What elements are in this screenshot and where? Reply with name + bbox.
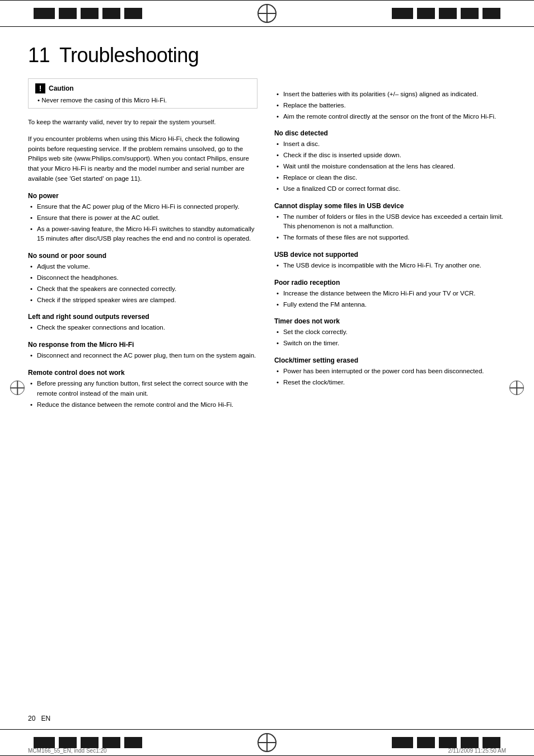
- section-no-response: No response from the Micro Hi-Fi Disconn…: [28, 341, 257, 361]
- section-usb-not-supported: USB device not supported The USB device …: [274, 251, 504, 271]
- list-item: Replace or clean the disc.: [274, 173, 504, 183]
- list-item: Replace the batteries.: [274, 101, 504, 111]
- bar-seg: [59, 8, 77, 19]
- list-item: Ensure that there is power at the AC out…: [28, 213, 257, 223]
- list-item: Switch on the timer.: [274, 339, 504, 349]
- bar-seg: [102, 737, 120, 748]
- section-heading-sound-reversed: Left and right sound outputs reversed: [28, 313, 257, 321]
- list-item: Check the speaker connections and locati…: [28, 323, 257, 333]
- section-timer: Timer does not work Set the clock correc…: [274, 317, 504, 349]
- caution-header: ! Caution: [35, 83, 250, 93]
- bar-seg: [417, 737, 435, 748]
- right-mid-crosshair: [509, 381, 524, 395]
- bar-gap: [414, 737, 416, 748]
- footer-date-info: 2/11/2009 11:25:50 AM: [448, 748, 506, 754]
- bar-gap: [78, 737, 79, 748]
- right-column: Insert the batteries with its polarities…: [274, 44, 504, 414]
- section-cannot-display: Cannot display some files in USB device …: [274, 202, 504, 243]
- list-item: Use a finalized CD or correct format dis…: [274, 184, 504, 194]
- list-item: Check if the stripped speaker wires are …: [28, 295, 257, 306]
- bar-gap: [480, 8, 481, 19]
- list-item: The USB device is incompatible with the …: [274, 261, 504, 271]
- bar-gap: [121, 737, 123, 748]
- bar-seg: [439, 737, 457, 748]
- section-heading-no-sound: No sound or poor sound: [28, 252, 257, 260]
- page-number: 20: [28, 715, 35, 722]
- list-item: Adjust the volume.: [28, 262, 257, 272]
- bar-seg: [124, 8, 142, 19]
- bar-seg: [124, 737, 142, 748]
- list-item: The formats of these files are not suppo…: [274, 233, 504, 243]
- bar-seg: [34, 8, 55, 19]
- crosshair-horizontal: [259, 13, 275, 14]
- bullet-list-clock-erased: Power has been interrupted or the power …: [274, 367, 504, 388]
- bullet-list-remote-control: Before pressing any function button, fir…: [28, 379, 257, 410]
- bullet-list-sound-reversed: Check the speaker connections and locati…: [28, 323, 257, 333]
- bar-gap: [56, 8, 58, 19]
- chapter-number: 11: [28, 44, 50, 67]
- bullet-list-no-response: Disconnect and reconnect the AC power pl…: [28, 351, 257, 361]
- list-item: Reduce the distance between the remote c…: [28, 400, 257, 410]
- list-item: Power has been interrupted or the power …: [274, 367, 504, 377]
- list-item: Reset the clock/timer.: [274, 378, 504, 388]
- caution-item-1: • Never remove the casing of this Micro …: [35, 97, 250, 104]
- bottom-center-crosshair: [257, 733, 277, 752]
- list-item: Aim the remote control directly at the s…: [274, 112, 504, 122]
- list-item: Ensure that the AC power plug of the Mic…: [28, 202, 257, 212]
- top-bar-right-segments: [392, 1, 534, 26]
- bar-seg: [34, 737, 55, 748]
- bar-seg: [81, 8, 99, 19]
- section-heading-usb-not-supported: USB device not supported: [274, 251, 504, 259]
- list-item: Increase the distance between the Micro …: [274, 289, 504, 299]
- section-no-disc: No disc detected Insert a disc. Check if…: [274, 129, 504, 194]
- chapter-title: 11 Troubleshooting: [28, 44, 257, 67]
- bar-gap: [414, 8, 416, 19]
- bullet-list-no-power: Ensure that the AC power plug of the Mic…: [28, 202, 257, 244]
- bar-gap: [100, 737, 101, 748]
- bullet-list-usb-not-supported: The USB device is incompatible with the …: [274, 261, 504, 271]
- bar-seg: [461, 737, 479, 748]
- list-item: Wait until the moisture condensation at …: [274, 162, 504, 172]
- bullet-list-timer: Set the clock correctly. Switch on the t…: [274, 327, 504, 349]
- section-heading-no-power: No power: [28, 192, 257, 200]
- bar-gap: [436, 737, 438, 748]
- section-sound-reversed: Left and right sound outputs reversed Ch…: [28, 313, 257, 333]
- section-heading-poor-radio: Poor radio reception: [274, 279, 504, 287]
- bar-seg: [392, 8, 413, 19]
- section-no-sound: No sound or poor sound Adjust the volume…: [28, 252, 257, 305]
- bar-seg: [483, 737, 500, 748]
- caution-icon: !: [35, 83, 45, 93]
- page-number-area: 20 EN: [28, 715, 50, 722]
- section-no-power: No power Ensure that the AC power plug o…: [28, 192, 257, 244]
- bar-gap: [458, 737, 460, 748]
- section-remote-cont: Insert the batteries with its polarities…: [274, 90, 504, 121]
- list-item: Disconnect and reconnect the AC power pl…: [28, 351, 257, 361]
- section-heading-no-response: No response from the Micro Hi-Fi: [28, 341, 257, 349]
- left-mid-crosshair: [10, 381, 25, 395]
- list-item: The number of folders or files in the US…: [274, 212, 504, 232]
- list-item: Insert the batteries with its polarities…: [274, 90, 504, 100]
- bullet-list-poor-radio: Increase the distance between the Micro …: [274, 289, 504, 310]
- page-wrapper: 11 Troubleshooting ! Caution • Never rem…: [0, 0, 534, 756]
- section-poor-radio: Poor radio reception Increase the distan…: [274, 279, 504, 310]
- section-clock-erased: Clock/timer setting erased Power has bee…: [274, 356, 504, 388]
- bar-seg: [102, 8, 120, 19]
- section-heading-remote-control: Remote control does not work: [28, 369, 257, 377]
- bullet-list-cannot-display: The number of folders or files in the US…: [274, 212, 504, 243]
- section-remote-control: Remote control does not work Before pres…: [28, 369, 257, 410]
- bullet-list-no-sound: Adjust the volume. Disconnect the headph…: [28, 262, 257, 305]
- section-heading-cannot-display: Cannot display some files in USB device: [274, 202, 504, 210]
- list-item: Check if the disc is inserted upside dow…: [274, 151, 504, 161]
- section-heading-no-disc: No disc detected: [274, 129, 504, 137]
- center-crosshair: [257, 4, 277, 23]
- bar-gap: [436, 8, 438, 19]
- intro-para-1: To keep the warranty valid, never try to…: [28, 118, 257, 128]
- bar-seg: [439, 8, 457, 19]
- list-item: As a power-saving feature, the Micro Hi-…: [28, 224, 257, 245]
- left-column: 11 Troubleshooting ! Caution • Never rem…: [28, 44, 257, 414]
- bar-gap: [78, 8, 79, 19]
- footer-file-info: MCM166_55_EN, indd Sec1:20: [28, 748, 107, 754]
- bar-seg: [417, 8, 435, 19]
- list-item: Before pressing any function button, fir…: [28, 379, 257, 399]
- bar-seg: [59, 737, 77, 748]
